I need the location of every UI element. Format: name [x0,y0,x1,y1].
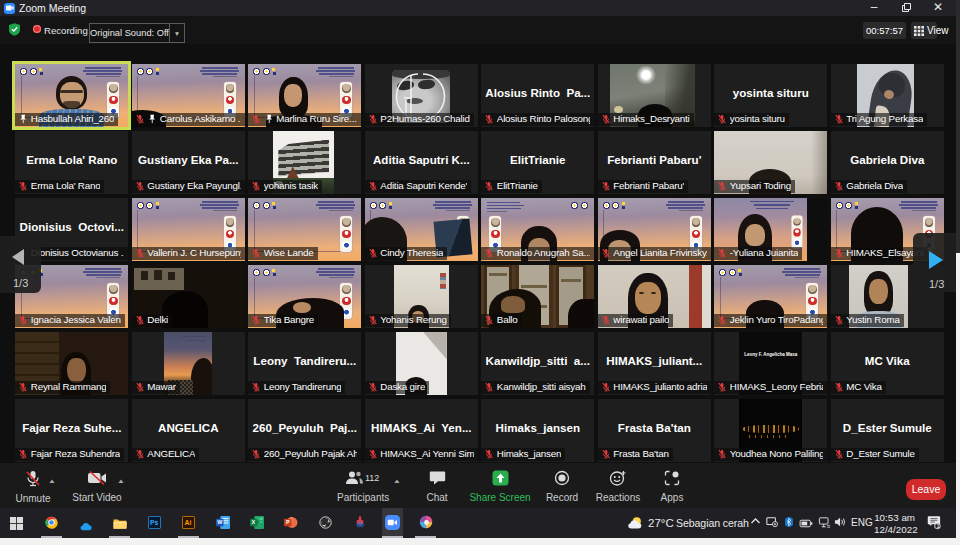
svg-text:Ps: Ps [150,519,159,526]
svg-text:P: P [286,519,290,525]
svg-text:X: X [252,519,256,525]
svg-text:Ai: Ai [185,519,192,526]
svg-text:112: 112 [365,473,379,483]
svg-text:1: 1 [937,523,940,529]
